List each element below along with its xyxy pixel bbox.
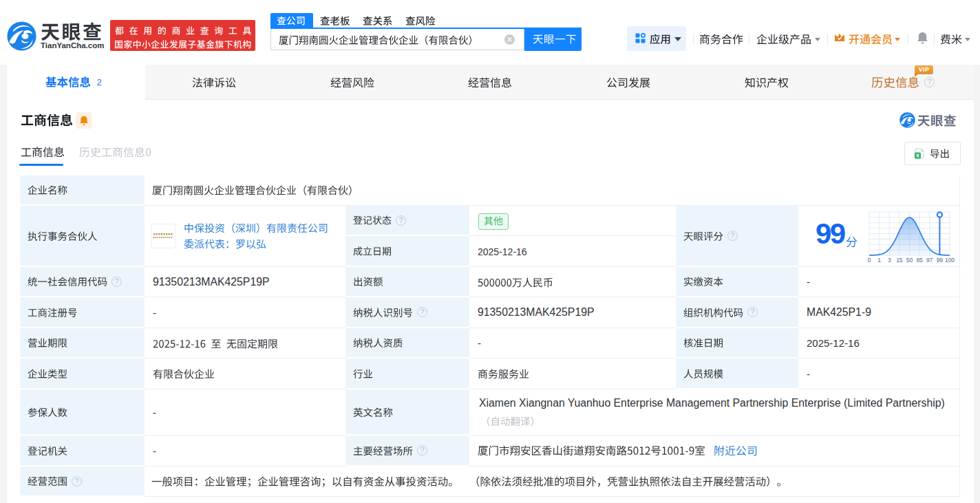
- svg-text:99: 99: [937, 257, 944, 264]
- svg-text:85: 85: [916, 257, 923, 264]
- svg-text:100: 100: [945, 257, 955, 264]
- svg-text:15: 15: [896, 257, 903, 264]
- svg-text:1: 1: [877, 257, 881, 264]
- svg-text:50: 50: [906, 257, 913, 264]
- svg-text:3: 3: [888, 257, 891, 264]
- svg-text:0: 0: [868, 257, 871, 264]
- svg-text:97: 97: [926, 257, 933, 264]
